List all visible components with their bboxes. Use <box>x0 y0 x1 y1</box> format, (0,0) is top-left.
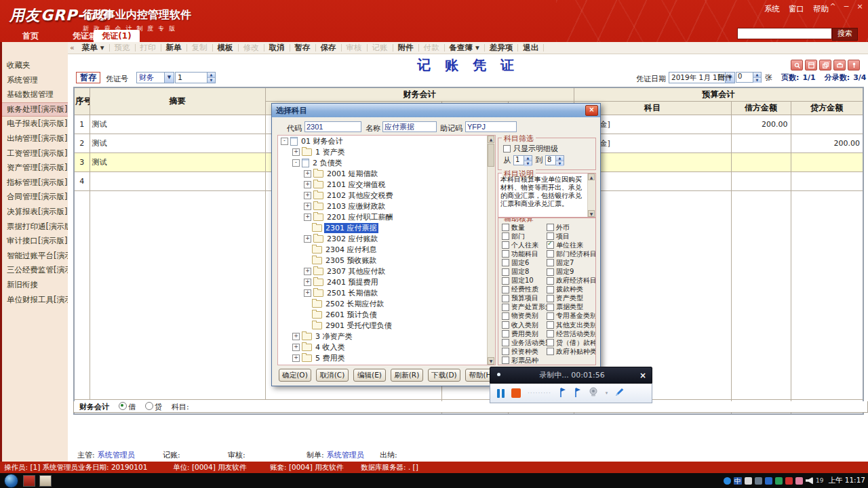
tree-toggle-icon[interactable]: - <box>281 138 288 145</box>
scroll-down-icon[interactable]: ▼ <box>488 357 494 365</box>
checkbox-icon[interactable] <box>547 339 554 346</box>
aux-option[interactable]: 拨款种类 <box>547 285 583 294</box>
aux-option[interactable]: 固定8 <box>502 267 547 277</box>
tree-toggle-icon[interactable]: + <box>304 214 311 221</box>
code-field[interactable] <box>304 121 361 132</box>
tree-node-label[interactable]: 2501 长期借款 <box>326 288 380 298</box>
grid-cell[interactable] <box>791 153 863 172</box>
tree-node-label[interactable]: 5 费用类 <box>314 353 347 363</box>
tree-node-3[interactable]: +2001 短期借款 <box>278 168 495 179</box>
radio-selected-icon[interactable] <box>119 402 127 410</box>
grid-cell[interactable]: 3 <box>74 153 90 172</box>
tree-toggle-icon[interactable]: + <box>304 203 311 210</box>
recorder-close-icon[interactable]: × <box>639 371 646 380</box>
checkbox-icon[interactable] <box>547 295 554 302</box>
tree-toggle-icon[interactable]: + <box>304 235 311 243</box>
aux-option[interactable]: 部门经济科目 <box>547 249 596 259</box>
tree-node-13[interactable]: +2401 预提费用 <box>278 277 495 288</box>
clock[interactable]: 上午 11:17 <box>828 476 865 485</box>
aux-option[interactable]: 贷（借）款种类 <box>547 338 596 348</box>
tree-toggle-icon[interactable]: + <box>292 354 300 362</box>
voucher-no-stepper[interactable]: 1 ▲▼ <box>175 72 216 83</box>
checkbox-icon[interactable] <box>502 232 509 240</box>
tree-node-label[interactable]: 2101 应交增值税 <box>326 180 387 190</box>
from-level-stepper[interactable]: 1 ▲▼ <box>513 155 532 165</box>
tree-node-label[interactable]: 2502 长期应付款 <box>324 299 386 309</box>
tree-node-11[interactable]: 2305 预收账款 <box>278 256 495 266</box>
aux-option[interactable]: 经营活动类别 <box>547 329 596 339</box>
aux-option[interactable]: 固定6 <box>502 258 547 268</box>
toolbar-button-5[interactable]: 模板 <box>213 43 238 53</box>
sidebar-item-12[interactable]: 审计接口[演示版] <box>2 234 68 249</box>
titlebar-menu-2[interactable]: 帮助 <box>813 4 829 14</box>
tree-toggle-icon[interactable]: + <box>304 181 311 188</box>
scroll-down-icon[interactable]: ▼ <box>588 210 595 217</box>
webcam-dropdown-icon[interactable]: ▾ <box>606 390 608 396</box>
tree-node-7[interactable]: +2201 应付职工薪酬 <box>278 211 495 222</box>
windows-start-button[interactable] <box>4 474 18 488</box>
checkbox-icon[interactable] <box>547 241 554 249</box>
chevron-down-icon[interactable]: ▼ <box>164 73 174 83</box>
tree-toggle-icon[interactable]: + <box>292 148 300 156</box>
tree-node-label[interactable]: 2307 其他应付款 <box>326 266 387 277</box>
voucher-type-select[interactable]: 财务 ▼ <box>136 72 174 83</box>
scroll-up-icon[interactable]: ▲ <box>488 136 494 143</box>
tree-toggle-icon[interactable]: + <box>292 344 300 351</box>
aux-option[interactable]: 固定9 <box>547 267 574 277</box>
tree-toggle-icon[interactable]: + <box>304 279 311 286</box>
tree-scrollbar[interactable]: ▲ ▼ <box>487 136 495 365</box>
tree-node-label[interactable]: 2304 应付利息 <box>324 245 378 255</box>
scroll-up-icon[interactable]: ▲ <box>588 174 595 180</box>
marker-pin-icon-2[interactable] <box>573 386 581 400</box>
tree-toggle-icon[interactable]: + <box>304 170 311 178</box>
tree-node-label[interactable]: 01 财务会计 <box>300 136 344 146</box>
tab-2[interactable]: 凭证(1) <box>94 30 140 42</box>
tree-node-17[interactable]: 2901 受托代理负债 <box>278 321 495 331</box>
aux-option[interactable]: 业务活动类别 <box>502 338 547 348</box>
checkbox-icon[interactable] <box>547 348 554 355</box>
sidebar-item-0[interactable]: 收藏夹 <box>2 58 68 73</box>
checkbox-icon[interactable] <box>502 312 509 320</box>
checkbox-icon[interactable] <box>547 312 554 320</box>
aux-option[interactable]: 政府经济科目 <box>547 276 596 285</box>
aux-option[interactable]: 资产类型 <box>547 293 583 303</box>
aux-option[interactable]: 其他支出类别 <box>547 321 596 330</box>
debit-radio[interactable]: 借 <box>119 402 136 412</box>
tree-node-0[interactable]: -01 财务会计 <box>278 136 495 146</box>
tree-node-label[interactable]: 2401 预提费用 <box>326 277 380 287</box>
tree-node-19[interactable]: +4 收入类 <box>278 342 495 353</box>
aux-option[interactable]: 政府补贴种类 <box>547 347 596 357</box>
tree-toggle-icon[interactable]: + <box>304 192 311 199</box>
ok-button[interactable]: 确定(O) <box>279 369 311 382</box>
aux-option[interactable]: 物资类别 <box>502 311 547 321</box>
sidebar-item-10[interactable]: 决算报表[演示版] <box>2 205 68 220</box>
tray-alert-icon[interactable] <box>785 477 793 485</box>
toolbar-button-7[interactable]: 取消 <box>264 43 290 53</box>
pin-icon[interactable] <box>848 60 860 70</box>
tree-node-18[interactable]: +3 净资产类 <box>278 331 495 342</box>
toolbar-button-12[interactable]: 附件 <box>393 43 418 53</box>
aux-option[interactable]: 预算项目 <box>502 293 547 303</box>
aux-option[interactable]: 固定7 <box>547 258 574 268</box>
aux-option[interactable]: 彩票品种 <box>502 356 547 365</box>
tree-toggle-icon[interactable]: + <box>304 268 311 275</box>
refresh-button[interactable]: 刷新(R) <box>391 369 423 382</box>
grid-cell[interactable]: 2 <box>74 134 90 153</box>
radio-icon[interactable] <box>145 402 153 410</box>
toolbar-button-8[interactable]: 暂存 <box>290 43 315 53</box>
stop-button[interactable] <box>511 388 521 398</box>
attachment-count-stepper[interactable]: 0 ▲▼ <box>736 72 762 83</box>
download-button[interactable]: 下载(D) <box>428 369 460 382</box>
checkbox-icon[interactable] <box>502 250 509 258</box>
tree-node-label[interactable]: 2103 应缴财政款 <box>326 201 387 211</box>
calendar-icon[interactable] <box>805 60 817 70</box>
sidebar-item-11[interactable]: 票据打印通[演示版 <box>2 220 68 235</box>
tree-node-label[interactable]: 3 净资产类 <box>314 331 354 342</box>
titlebar-menu-1[interactable]: 窗口 <box>789 4 804 14</box>
tray-settings-icon[interactable] <box>755 477 762 485</box>
minimize-icon[interactable]: ─ <box>842 2 850 11</box>
dialog-title-bar[interactable]: 选择科目 × <box>272 104 600 117</box>
grid-cell[interactable] <box>731 153 791 172</box>
grid-cell[interactable] <box>90 172 265 191</box>
grid-cell[interactable]: 200.00 <box>791 134 863 153</box>
